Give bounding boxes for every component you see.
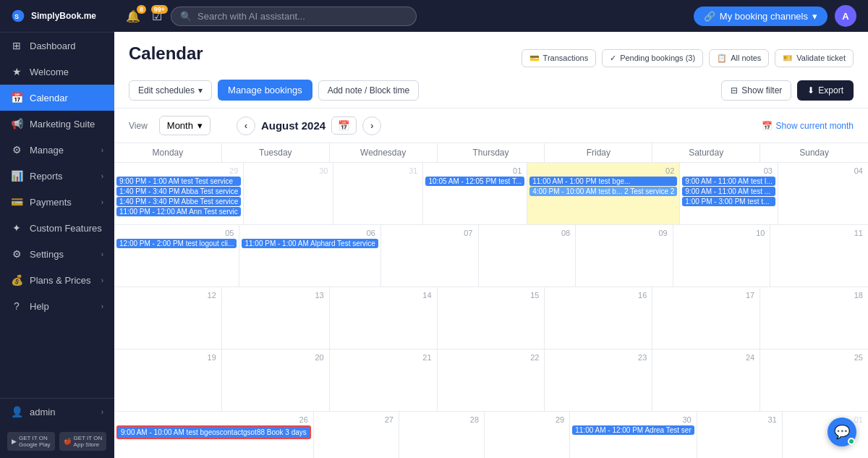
cal-cell-aug21[interactable]: 21 [330,349,438,411]
cal-cell-aug24[interactable]: 24 [652,349,760,411]
cal-cell-aug28[interactable]: 28 [399,412,485,458]
day-number: 14 [332,289,435,301]
cal-cell-aug18[interactable]: 18 [760,287,868,349]
sidebar-item-plans[interactable]: 💰 Plans & Prices › [0,267,114,293]
calendar-event[interactable]: 11:00 PM - 12:00 AM Ann Test servic [116,207,241,216]
calendar-event[interactable]: 11:00 AM - 12:00 PM Adrea Test ser [572,425,694,435]
sidebar-item-custom[interactable]: ✦ Custom Features [0,215,114,241]
notification-bell[interactable]: 🔔 8 [126,9,140,23]
cal-cell-aug20[interactable]: 20 [222,349,330,411]
prev-month-button[interactable]: ‹ [237,116,255,135]
sidebar-item-reports[interactable]: 📊 Reports › [0,163,114,189]
app-store-badge[interactable]: 🍎 GET IT ONApp Store [59,432,107,451]
cal-cell-aug04[interactable]: 04 [778,163,868,224]
cal-cell-aug31[interactable]: 31 [697,412,783,458]
header-buttons: 💳 Transactions ✓ Pending bookings (3) 📋 … [522,49,854,67]
cal-cell-aug25[interactable]: 25 [760,349,868,411]
calendar-event[interactable]: 12:00 PM - 2:00 PM test logout cli... [116,239,237,248]
avatar[interactable]: A [835,5,856,27]
cal-cell-aug13[interactable]: 13 [222,287,330,349]
cal-cell-aug22[interactable]: 22 [438,349,545,411]
cal-cell-aug15[interactable]: 15 [438,287,545,349]
cal-cell-aug19[interactable]: 19 [114,349,222,411]
cal-cell-aug01[interactable]: 01 10:05 AM - 12:05 PM test T... [423,163,527,224]
calendar-event[interactable]: 11:00 PM - 1:00 AM Alphard Test service [242,239,378,248]
search-bar[interactable]: 🔍 [171,7,417,26]
sidebar-item-dashboard[interactable]: ⊞ Dashboard [0,33,114,59]
calendar-week-3: 12 13 14 15 16 17 18 [114,287,868,349]
cal-cell-aug10[interactable]: 10 [673,225,771,287]
cal-cell-aug27[interactable]: 27 [314,412,399,458]
calendar-event[interactable]: 1:00 PM - 3:00 PM test t... [682,197,775,206]
calendar-event[interactable]: 11:00 AM - 1:00 PM test bge... [529,177,677,186]
cal-cell-aug14[interactable]: 14 [330,287,438,349]
cal-cell-aug08[interactable]: 08 [479,225,576,287]
calendar-icon: 📅 [11,92,22,103]
cal-cell-jul31[interactable]: 31 [333,163,423,224]
welcome-icon: ★ [11,66,22,77]
search-input[interactable] [197,11,407,22]
calendar-event[interactable]: 9:00 PM - 1:00 AM test Test service [116,177,241,186]
day-number: 15 [440,289,542,301]
cal-cell-aug30[interactable]: 30 11:00 AM - 12:00 PM Adrea Test ser [570,412,697,458]
calendar-event[interactable]: 9:00 AM - 11:00 AM test ... [682,187,775,196]
manage-bookings-button[interactable]: Manage bookings [218,80,312,101]
sidebar-item-marketing[interactable]: 📢 Marketing Suite [0,111,114,137]
calendar-event[interactable]: 4:00 PM - 10:00 AM test b... 2 Test serv… [529,187,677,196]
edit-schedules-button[interactable]: Edit schedules ▾ [129,80,212,101]
sidebar-item-label: Reports [30,171,63,182]
cal-cell-aug29[interactable]: 29 [485,412,570,458]
google-play-badge[interactable]: ▶ GET IT ONGoogle Play [7,432,55,451]
pending-bookings-button[interactable]: ✓ Pending bookings (3) [602,49,703,67]
cal-cell-aug02[interactable]: 02 11:00 AM - 1:00 PM test bge... 4:00 P… [527,163,680,224]
cal-cell-aug26[interactable]: 26 9:00 AM - 10:00 AM test bgeoscontactg… [114,412,314,458]
cal-cell-aug03[interactable]: 03 9:00 AM - 11:00 AM test I... 9:00 AM … [680,163,778,224]
cal-cell-aug06[interactable]: 06 11:00 PM - 1:00 AM Alphard Test servi… [239,225,380,287]
sidebar-item-help[interactable]: ? Help › [0,293,114,319]
cal-cell-jul29[interactable]: 29 9:00 PM - 1:00 AM test Test service 1… [114,163,244,224]
day-number: 06 [242,227,378,239]
day-number: 11 [773,227,866,239]
cal-cell-aug16[interactable]: 16 [545,287,652,349]
sidebar-item-admin[interactable]: 👤 admin › [0,398,114,425]
sidebar-item-manage[interactable]: ⚙ Manage › [0,137,114,163]
add-note-label: Add note / Block time [328,85,409,96]
cal-cell-aug23[interactable]: 23 [545,349,652,411]
cal-cell-aug12[interactable]: 12 [114,287,222,349]
day-number: 24 [655,352,757,363]
calendar-event[interactable]: 10:05 AM - 12:05 PM test T... [425,177,524,186]
chat-bubble[interactable]: 💬 [827,417,856,446]
transactions-button[interactable]: 💳 Transactions [522,49,597,67]
calendar-week-1: 29 9:00 PM - 1:00 AM test Test service 1… [114,163,868,225]
calendar-event-selected[interactable]: 9:00 AM - 10:00 AM test bgeoscontactgsot… [116,425,311,439]
sidebar-item-welcome[interactable]: ★ Welcome [0,59,114,85]
cal-cell-aug07[interactable]: 07 [381,225,479,287]
calendar-event[interactable]: 9:00 AM - 11:00 AM test I... [682,177,775,186]
calendar-event[interactable]: 1:40 PM - 3:40 PM Abba Test service [116,187,241,196]
cal-cell-aug09[interactable]: 09 [576,225,673,287]
calendar-event[interactable]: 1:40 PM - 3:40 PM Abbe Test service [116,197,241,206]
validate-ticket-button[interactable]: 🎫 Validate ticket [775,49,854,67]
view-dropdown-icon: ▾ [197,120,203,131]
logo[interactable]: S SimplyBook.me [0,0,114,33]
sidebar-item-payments[interactable]: 💳 Payments › [0,189,114,215]
sidebar-item-calendar[interactable]: 📅 Calendar [0,85,114,111]
sidebar-item-settings[interactable]: ⚙ Settings › [0,241,114,267]
day-number: 25 [762,352,866,363]
tasks-icon[interactable]: ☑ 99+ [152,9,162,23]
cal-cell-aug17[interactable]: 17 [652,287,760,349]
cal-cell-aug11[interactable]: 11 [770,225,868,287]
filter-icon: ⊟ [731,85,738,96]
next-month-button[interactable]: › [362,116,381,135]
calendar-picker-button[interactable]: 📅 [331,116,357,135]
cal-cell-aug05[interactable]: 05 12:00 PM - 2:00 PM test logout cli... [114,225,239,287]
app-store-label: GET IT ONApp Store [74,435,103,448]
all-notes-button[interactable]: 📋 All notes [709,49,769,67]
show-filter-button[interactable]: ⊟ Show filter [721,80,791,101]
add-note-button[interactable]: Add note / Block time [318,80,419,101]
booking-channels-button[interactable]: 🔗 My booking channels ▾ [694,7,827,26]
view-select-button[interactable]: Month ▾ [159,116,210,135]
show-current-month-link[interactable]: 📅 Show current month [762,121,854,131]
export-button[interactable]: ⬇ Export [797,80,854,101]
cal-cell-jul30[interactable]: 30 [244,163,333,224]
